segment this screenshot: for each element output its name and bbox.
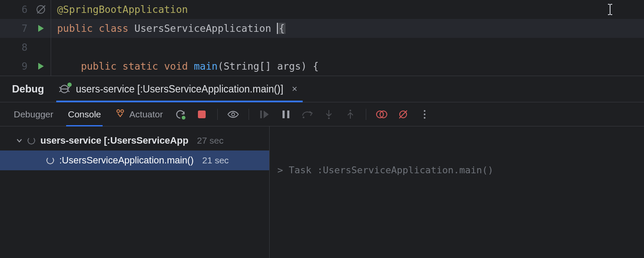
svg-point-3 [231,113,234,116]
spinner-icon [46,157,54,164]
svg-point-16 [424,117,425,119]
code-content: public class UsersServiceApplication { [57,23,286,34]
svg-point-1 [121,110,124,112]
code-editor[interactable]: 6@SpringBootApplication7public class Use… [0,0,644,76]
tree-child-time: 21 sec [202,155,229,166]
tree-child-row[interactable]: :UsersServiceApplication.main() 21 sec [0,150,269,170]
code-content: @SpringBootApplication [57,4,188,15]
tab-console[interactable]: Console [66,102,103,126]
run-config-tab[interactable]: users-service [:UsersServiceApplication.… [56,76,303,102]
code-line[interactable]: 9 public static void main(String[] args)… [0,57,644,76]
svg-point-14 [424,110,425,112]
stop-icon [198,111,206,118]
show-button[interactable] [227,108,239,120]
line-number: 9 [0,61,31,72]
svg-rect-6 [287,111,289,118]
step-over-button[interactable] [301,108,313,120]
run-gutter-icon[interactable] [31,25,51,32]
tree-root-label: users-service [:UsersServiceApp [40,135,188,146]
run-config-label: users-service [:UsersServiceApplication.… [76,83,283,95]
more-button[interactable] [419,108,431,120]
tree-root-row[interactable]: users-service [:UsersServiceApp 27 sec [0,131,269,150]
chevron-down-icon [16,138,22,144]
svg-point-15 [424,114,425,115]
code-content: public static void main(String[] args) { [57,61,319,72]
console-output[interactable]: > Task :UsersServiceApplication.main() .… [270,126,644,258]
step-into-button[interactable] [323,108,335,120]
line-number: 7 [0,23,31,34]
tree-root-time: 27 sec [197,135,224,146]
actuator-icon [115,108,125,120]
run-gutter-icon[interactable] [31,63,51,70]
mute-breakpoints-button[interactable] [397,108,409,120]
pause-button[interactable] [280,108,292,120]
console-task-line: > Task :UsersServiceApplication.main() [277,163,636,178]
suppress-gutter-icon[interactable] [31,5,51,14]
line-number: 8 [0,42,31,53]
tree-child-label: :UsersServiceApplication.main() [59,155,194,166]
tab-debugger[interactable]: Debugger [12,102,55,126]
debug-label: Debug [12,83,44,95]
tasks-tree[interactable]: users-service [:UsersServiceApp 27 sec :… [0,126,270,258]
view-breakpoints-button[interactable] [376,108,388,120]
stop-button[interactable] [196,108,208,120]
resume-button[interactable] [258,108,270,120]
text-cursor-icon [606,3,614,15]
code-line[interactable]: 8 [0,38,644,57]
debug-tool-window-header: Debug users-service [:UsersServiceApplic… [0,76,644,102]
close-icon[interactable]: × [289,83,300,95]
spinner-icon [27,137,35,144]
svg-rect-4 [260,111,262,118]
step-out-button[interactable] [344,108,356,120]
debug-toolbar: Debugger Console Actuator [0,102,644,126]
console-banner: . ____ _ __ _ _ /\\ / ___'_ __ _ _(_)_ _… [277,255,636,258]
tab-actuator[interactable]: Actuator [114,102,164,126]
line-number: 6 [0,4,31,15]
svg-rect-5 [283,111,285,118]
svg-point-0 [117,110,120,112]
code-line[interactable]: 6@SpringBootApplication [0,0,644,19]
svg-point-8 [328,117,330,119]
svg-point-9 [349,110,351,111]
rerun-button[interactable] [174,108,186,120]
svg-point-2 [182,116,185,120]
svg-point-7 [303,117,304,118]
bug-icon [59,84,70,94]
code-line[interactable]: 7public class UsersServiceApplication { [0,19,644,38]
